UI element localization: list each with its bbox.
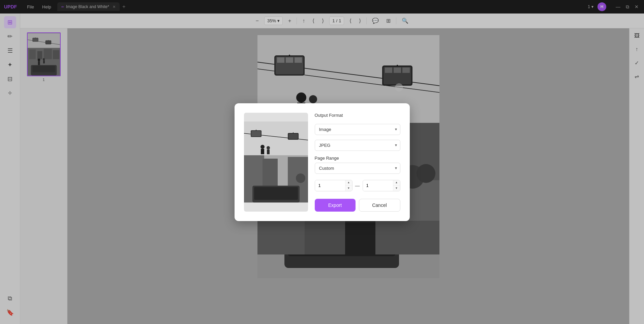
dialog-preview (244, 113, 308, 212)
page-range-inputs: 1 ▲ ▼ — 1 ▲ ▼ (315, 180, 400, 191)
svg-point-67 (296, 173, 305, 183)
page-to-up[interactable]: ▲ (393, 180, 400, 186)
export-dialog: Output Format Image PDF Word Excel Power… (235, 103, 410, 221)
dialog-preview-image (244, 122, 308, 202)
page-range-group: Page Range Custom All Pages Current Page (315, 156, 400, 174)
format-group: Image PDF Word Excel PowerPoint (315, 124, 400, 135)
output-format-label: Output Format (315, 113, 400, 118)
page-from-input: 1 ▲ ▼ (315, 180, 352, 191)
format-select-wrapper: Image PDF Word Excel PowerPoint (315, 124, 400, 135)
page-to-input: 1 ▲ ▼ (363, 180, 400, 191)
modal-backdrop: Output Format Image PDF Word Excel Power… (0, 0, 644, 324)
format-select[interactable]: Image PDF Word Excel PowerPoint (315, 124, 400, 135)
export-button[interactable]: Export (315, 199, 356, 212)
svg-point-58 (260, 145, 265, 149)
svg-point-60 (267, 146, 270, 150)
svg-rect-53 (251, 131, 261, 136)
type-select[interactable]: JPEG PNG BMP TIFF (315, 140, 400, 151)
svg-rect-66 (254, 187, 298, 200)
dialog-buttons: Export Cancel (315, 199, 400, 212)
page-range-select-wrapper: Custom All Pages Current Page (315, 163, 400, 174)
page-range-label: Page Range (315, 156, 400, 161)
svg-rect-61 (267, 150, 270, 154)
type-select-wrapper: JPEG PNG BMP TIFF (315, 140, 400, 151)
page-from-field[interactable]: 1 (315, 180, 345, 191)
cancel-button[interactable]: Cancel (359, 199, 400, 212)
page-from-down[interactable]: ▼ (345, 186, 352, 191)
page-from-up[interactable]: ▲ (345, 180, 352, 186)
svg-rect-56 (288, 134, 298, 139)
type-group: JPEG PNG BMP TIFF (315, 140, 400, 151)
page-to-down[interactable]: ▼ (393, 186, 400, 191)
svg-rect-59 (261, 149, 264, 154)
page-range-select[interactable]: Custom All Pages Current Page (315, 163, 400, 174)
page-to-field[interactable]: 1 (363, 180, 393, 191)
page-from-spinners: ▲ ▼ (345, 180, 352, 191)
range-dash: — (355, 183, 360, 188)
dialog-content: Output Format Image PDF Word Excel Power… (315, 113, 400, 212)
page-to-spinners: ▲ ▼ (393, 180, 400, 191)
